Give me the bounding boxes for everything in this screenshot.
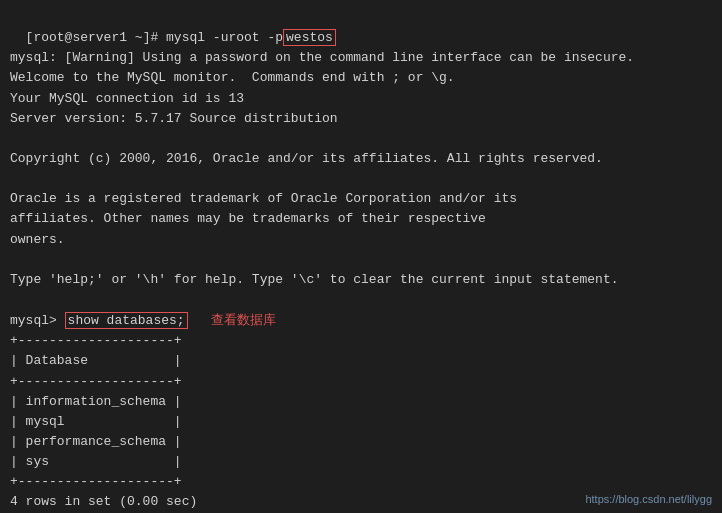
oracle-text2: affiliates. Other names may be trademark…: [10, 211, 486, 226]
help-text: Type 'help;' or '\h' for help. Type '\c'…: [10, 272, 619, 287]
show-databases-command: show databases;: [65, 312, 188, 329]
terminal-window: [root@server1 ~]# mysql -uroot -pwestos …: [10, 8, 712, 513]
rows-count: 4 rows in set (0.00 sec): [10, 494, 197, 509]
oracle-text3: owners.: [10, 232, 65, 247]
version-text: Server version: 5.7.17 Source distributi…: [10, 111, 338, 126]
table-row-sys: | sys |: [10, 454, 182, 469]
table-row-perf: | performance_schema |: [10, 434, 182, 449]
prompt-prefix: [root@server1 ~]# mysql -uroot -p: [26, 30, 283, 45]
table-header: | Database |: [10, 353, 182, 368]
mysql-prompt1: mysql>: [10, 313, 65, 328]
connid-text: Your MySQL connection id is 13: [10, 91, 244, 106]
oracle-text1: Oracle is a registered trademark of Orac…: [10, 191, 517, 206]
table-sep1: +--------------------+: [10, 333, 182, 348]
comment-text: 查看数据库: [211, 312, 276, 327]
watermark: https://blog.csdn.net/lilygg: [585, 493, 712, 505]
table-sep3: +--------------------+: [10, 474, 182, 489]
table-sep2: +--------------------+: [10, 374, 182, 389]
table-row-mysql: | mysql |: [10, 414, 182, 429]
welcome-text: Welcome to the MySQL monitor. Commands e…: [10, 70, 455, 85]
table-row-info: | information_schema |: [10, 394, 182, 409]
warning-text: mysql: [Warning] Using a password on the…: [10, 50, 634, 65]
password-highlight: westos: [283, 29, 336, 46]
copyright-text: Copyright (c) 2000, 2016, Oracle and/or …: [10, 151, 603, 166]
